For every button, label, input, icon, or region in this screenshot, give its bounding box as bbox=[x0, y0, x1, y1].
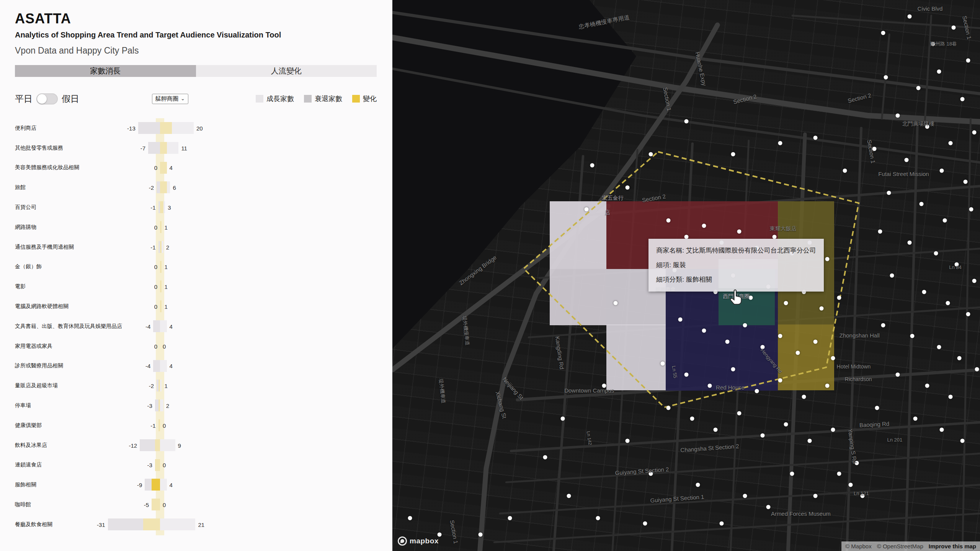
growth-value: 9 bbox=[178, 442, 181, 448]
map-label: Hengyang Rd bbox=[760, 347, 784, 375]
change-bar[interactable] bbox=[158, 419, 160, 431]
legend: 成長家數衰退家數變化 bbox=[256, 94, 377, 103]
map-label: Armed Forces Museum bbox=[771, 510, 831, 517]
chart-row[interactable]: 電腦及網路軟硬體相關01 bbox=[15, 297, 377, 316]
map-label: Ln 121 bbox=[854, 490, 869, 496]
map-label: Section 2 bbox=[733, 93, 758, 105]
district-select[interactable]: 艋舺商圈 ⌄ bbox=[152, 94, 188, 104]
change-bar[interactable] bbox=[160, 142, 167, 154]
change-bar[interactable] bbox=[160, 280, 162, 292]
chart-row[interactable]: 通信服務及手機周邊相關-12 bbox=[15, 237, 377, 257]
growth-bar[interactable] bbox=[160, 439, 175, 451]
growth-value: 2 bbox=[166, 244, 169, 250]
category-label: 診所或醫療用品相關 bbox=[15, 362, 63, 369]
chart-row[interactable]: 文具書籍、出版、教育休閒及玩具娛樂用品店-44 bbox=[15, 316, 377, 336]
map-label: Section 1 bbox=[662, 87, 673, 112]
chart-row[interactable]: 服飾相關-94 bbox=[15, 475, 377, 495]
chart-row[interactable]: 餐廳及飲食相關-3121 bbox=[15, 515, 377, 535]
map-label: Civic Blvd bbox=[918, 5, 943, 11]
decline-value: 0 bbox=[154, 264, 157, 270]
growth-bar[interactable] bbox=[160, 399, 163, 411]
growth-bar[interactable] bbox=[160, 360, 167, 372]
change-bar[interactable] bbox=[160, 241, 162, 253]
decline-bar[interactable] bbox=[157, 181, 160, 193]
growth-bar[interactable] bbox=[160, 320, 167, 332]
map-label: Red House bbox=[716, 384, 745, 391]
decline-value: -7 bbox=[140, 145, 145, 151]
map-label: 鄭州路 18巷 bbox=[930, 41, 957, 47]
map-label: Kangding Rd bbox=[554, 336, 565, 369]
district-select-value: 艋舺商圈 bbox=[155, 95, 178, 103]
growth-value: 4 bbox=[170, 482, 173, 488]
tab-foot-traffic[interactable]: 人流變化 bbox=[196, 65, 377, 77]
improve-map-link[interactable]: Improve this map bbox=[929, 543, 976, 549]
chart-row[interactable]: 百貨公司-13 bbox=[15, 197, 377, 217]
change-bar[interactable] bbox=[158, 399, 160, 411]
change-bar[interactable] bbox=[143, 518, 160, 530]
legend-item: 衰退家數 bbox=[304, 94, 342, 103]
mapbox-logo[interactable]: mapbox bbox=[398, 536, 439, 546]
category-label: 百貨公司 bbox=[15, 204, 36, 211]
change-bar[interactable] bbox=[160, 162, 167, 174]
chart-row[interactable]: 飲料及冰果店-129 bbox=[15, 435, 377, 455]
chart-row[interactable]: 其他批發零售或服務-711 bbox=[15, 138, 377, 158]
weekday-weekend-toggle[interactable] bbox=[36, 93, 58, 104]
chart-row[interactable]: 量販店及超級市場-21 bbox=[15, 376, 377, 396]
decline-bar[interactable] bbox=[148, 142, 160, 154]
change-bar[interactable] bbox=[160, 122, 172, 134]
growth-value: 4 bbox=[170, 363, 173, 369]
category-label: 旅館 bbox=[15, 184, 26, 191]
tooltip-line: 商家名稱: 艾比斯馬特國際股份有限公司台北西寧分公司 bbox=[656, 243, 816, 258]
chart-row[interactable]: 金（銀）飾01 bbox=[15, 257, 377, 277]
change-bar[interactable] bbox=[160, 261, 162, 273]
change-bar[interactable] bbox=[160, 201, 163, 213]
decline-value: -1 bbox=[150, 204, 155, 211]
change-bar[interactable] bbox=[152, 479, 160, 491]
chart-row[interactable]: 健康俱樂部-10 bbox=[15, 416, 377, 435]
category-label: 停車場 bbox=[15, 402, 31, 409]
growth-value: 4 bbox=[170, 165, 173, 171]
category-label: 健康俱樂部 bbox=[15, 422, 42, 429]
map-panel[interactable]: 忠孝橋機慢車專用道Civic Blvd鄭州路 18巷Section 1Huanh… bbox=[392, 0, 980, 551]
attribution-mapbox[interactable]: © Mapbox bbox=[845, 543, 872, 549]
diverging-bar-chart: 便利商店-1320其他批發零售或服務-711美容美體服務或化妝品相關04旅館-2… bbox=[15, 118, 377, 535]
change-bar[interactable] bbox=[155, 439, 160, 451]
chart-row[interactable]: 旅館-26 bbox=[15, 178, 377, 197]
growth-value: 1 bbox=[164, 224, 167, 230]
chart-row[interactable]: 電影01 bbox=[15, 277, 377, 297]
decline-value: -5 bbox=[144, 502, 149, 508]
change-bar[interactable] bbox=[160, 181, 167, 193]
change-bar[interactable] bbox=[160, 221, 162, 233]
growth-bar[interactable] bbox=[160, 380, 162, 391]
decline-value: -31 bbox=[97, 521, 105, 528]
chart-row[interactable]: 家用電器或家具00 bbox=[15, 336, 377, 356]
chart-row[interactable]: 停車場-32 bbox=[15, 396, 377, 416]
growth-bar[interactable] bbox=[160, 479, 167, 491]
chart-row[interactable]: 咖啡館-50 bbox=[15, 495, 377, 515]
decline-value: -12 bbox=[129, 442, 137, 448]
map-label: 宏五金行 bbox=[602, 195, 624, 202]
tab-store-change[interactable]: 家數消長 bbox=[15, 65, 196, 77]
chart-row[interactable]: 便利商店-1320 bbox=[15, 118, 377, 138]
chart-row[interactable]: 網路購物01 bbox=[15, 217, 377, 237]
map-label: Section 1 bbox=[961, 15, 973, 40]
chart-row[interactable]: 診所或醫療用品相關-44 bbox=[15, 356, 377, 376]
change-bar[interactable] bbox=[158, 380, 160, 391]
category-label: 飲料及冰果店 bbox=[15, 442, 47, 449]
attribution-osm[interactable]: © OpenStreetMap bbox=[877, 543, 923, 549]
growth-bar[interactable] bbox=[160, 518, 195, 530]
decline-value: 0 bbox=[154, 165, 157, 171]
change-bar[interactable] bbox=[160, 300, 162, 312]
change-bar[interactable] bbox=[155, 459, 160, 471]
decline-bar[interactable] bbox=[153, 360, 160, 372]
decline-value: 0 bbox=[154, 224, 157, 230]
category-label: 連鎖速食店 bbox=[15, 461, 42, 468]
growth-value: 1 bbox=[164, 303, 167, 310]
decline-bar[interactable] bbox=[138, 122, 160, 134]
change-bar[interactable] bbox=[152, 499, 160, 510]
map-label: Yanping S Rd bbox=[847, 429, 858, 464]
toggle-knob[interactable] bbox=[37, 94, 47, 104]
chart-row[interactable]: 連鎖速食店-30 bbox=[15, 455, 377, 475]
chart-row[interactable]: 美容美體服務或化妝品相關04 bbox=[15, 158, 377, 178]
decline-bar[interactable] bbox=[153, 320, 160, 332]
